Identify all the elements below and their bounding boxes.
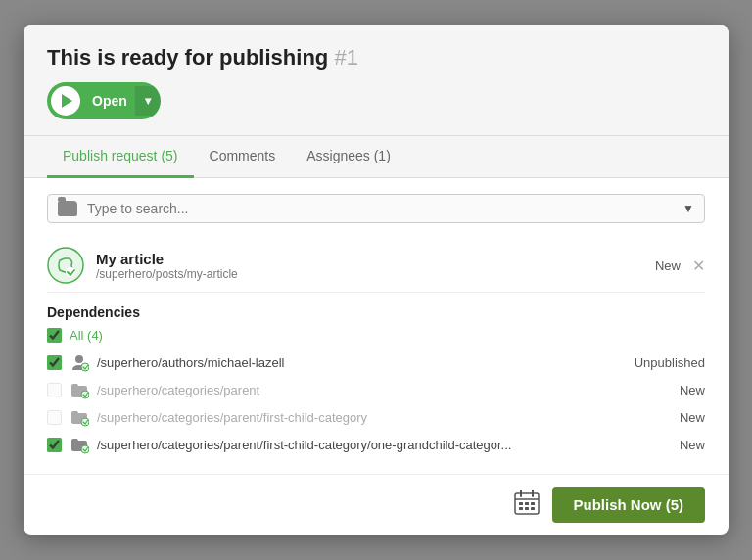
- dep-all-checkbox[interactable]: [47, 328, 62, 343]
- svg-rect-11: [519, 502, 523, 505]
- play-icon-container: [51, 86, 80, 116]
- dep-folder-icon-1: [70, 380, 89, 399]
- modal-footer: Publish Now (5): [24, 474, 728, 535]
- modal-issue-num: #1: [334, 45, 357, 70]
- svg-point-2: [75, 355, 83, 363]
- article-close-button[interactable]: ✕: [692, 257, 705, 275]
- play-icon: [62, 94, 72, 108]
- svg-point-6: [81, 445, 89, 453]
- tab-comments-label: Comments: [210, 148, 276, 163]
- calendar-icon: [513, 489, 540, 516]
- svg-point-4: [81, 391, 89, 398]
- tab-assignees[interactable]: Assignees (1): [291, 136, 406, 178]
- dependencies-label: Dependencies: [47, 304, 705, 320]
- modal-title-text: This is ready for publishing: [47, 45, 328, 70]
- article-status-badge: New: [655, 258, 681, 273]
- dep-path-2: /superhero/categories/parent/first-child…: [97, 410, 680, 425]
- dep-path-1: /superhero/categories/parent: [97, 383, 680, 397]
- dep-item-2: /superhero/categories/parent/first-child…: [47, 403, 705, 431]
- folder-icon: [58, 201, 77, 216]
- open-button-dropdown[interactable]: ▾: [135, 86, 161, 116]
- article-path: /superhero/posts/my-article: [96, 267, 655, 281]
- dep-folder-icon-3: [70, 435, 89, 454]
- dep-item-3: /superhero/categories/parent/first-child…: [47, 431, 705, 458]
- svg-point-0: [48, 248, 83, 283]
- dep-folder-icon-2: [70, 407, 89, 427]
- dep-checkbox-1[interactable]: [47, 383, 62, 397]
- article-name: My article: [96, 251, 655, 267]
- dep-status-3: New: [680, 438, 705, 452]
- modal-header: This is ready for publishing #1 Open ▾: [24, 25, 728, 136]
- publish-now-label: Publish Now (5): [574, 496, 684, 513]
- modal-body: ▼ My article /superhero/posts/my-article…: [24, 178, 728, 474]
- dep-path-3: /superhero/categories/parent/first-child…: [97, 438, 680, 452]
- search-dropdown-arrow[interactable]: ▼: [682, 202, 694, 215]
- svg-rect-13: [531, 502, 535, 505]
- publish-now-button[interactable]: Publish Now (5): [552, 487, 706, 523]
- dep-all-label: All (4): [70, 328, 103, 343]
- dep-path-0: /superhero/authors/michael-lazell: [97, 355, 634, 370]
- open-button[interactable]: Open ▾: [47, 82, 161, 119]
- svg-rect-15: [525, 507, 529, 510]
- dep-status-1: New: [680, 383, 705, 397]
- article-row: My article /superhero/posts/my-article N…: [47, 239, 705, 293]
- open-button-label: Open: [84, 93, 135, 109]
- dep-item-1: /superhero/categories/parent New: [47, 376, 705, 403]
- dep-checkbox-3[interactable]: [47, 438, 62, 452]
- search-bar: ▼: [47, 194, 705, 223]
- tab-comments[interactable]: Comments: [194, 136, 292, 178]
- tab-publish-request[interactable]: Publish request (5): [47, 136, 194, 178]
- svg-point-5: [81, 418, 89, 426]
- article-icon: [47, 247, 84, 284]
- dep-person-icon-0: [70, 352, 89, 372]
- dep-item-0: /superhero/authors/michael-lazell Unpubl…: [47, 349, 705, 376]
- dep-checkbox-2[interactable]: [47, 410, 62, 425]
- svg-rect-14: [519, 507, 523, 510]
- dep-all-row: All (4): [47, 328, 705, 343]
- dep-status-2: New: [680, 410, 705, 425]
- tab-assignees-label: Assignees (1): [306, 148, 391, 163]
- calendar-icon-button[interactable]: [513, 489, 540, 522]
- search-input[interactable]: [87, 201, 682, 216]
- svg-rect-12: [525, 502, 529, 505]
- tab-publish-request-label: Publish request (5): [63, 148, 178, 163]
- publish-modal: This is ready for publishing #1 Open ▾ P…: [24, 25, 728, 535]
- svg-point-3: [81, 363, 89, 371]
- tabs-bar: Publish request (5) Comments Assignees (…: [24, 136, 728, 178]
- dep-status-0: Unpublished: [634, 355, 705, 370]
- modal-title: This is ready for publishing #1: [47, 45, 705, 70]
- article-info: My article /superhero/posts/my-article: [96, 251, 655, 281]
- dep-checkbox-0[interactable]: [47, 355, 62, 370]
- svg-rect-16: [531, 507, 535, 510]
